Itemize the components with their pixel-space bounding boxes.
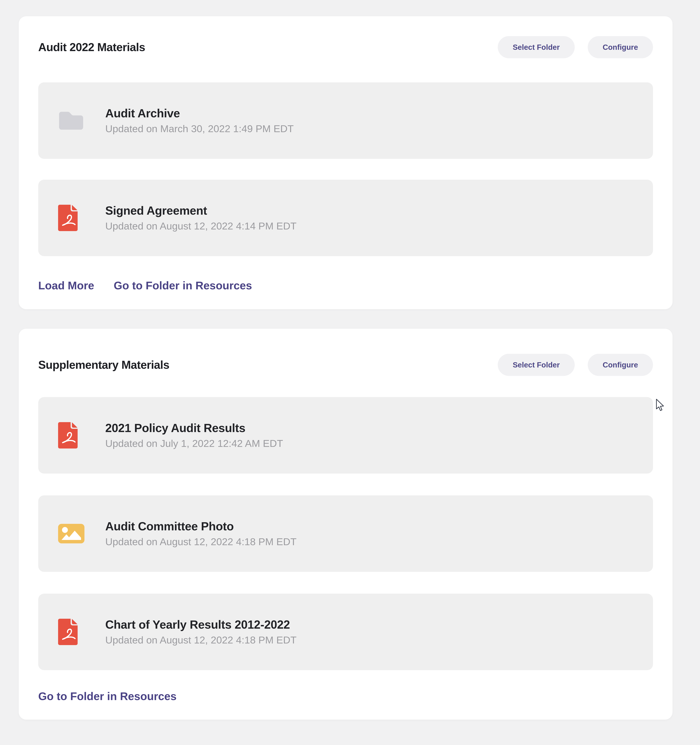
section-title: Supplementary Materials <box>38 358 169 371</box>
file-title: Signed Agreement <box>105 204 296 217</box>
select-folder-button[interactable]: Select Folder <box>498 354 575 376</box>
configure-button[interactable]: Configure <box>588 354 653 376</box>
file-row-text: Signed Agreement Updated on August 12, 2… <box>105 204 296 232</box>
file-row[interactable]: Chart of Yearly Results 2012-2022 Update… <box>38 594 653 670</box>
pdf-icon <box>58 619 85 645</box>
file-row-text: Audit Committee Photo Updated on August … <box>105 520 296 547</box>
file-row-text: 2021 Policy Audit Results Updated on Jul… <box>105 422 283 449</box>
configure-button[interactable]: Configure <box>588 36 653 58</box>
image-icon <box>58 524 85 543</box>
pdf-icon <box>58 422 85 449</box>
card-supplementary-materials: Supplementary Materials Select Folder Co… <box>19 329 673 720</box>
file-updated: Updated on August 12, 2022 4:18 PM EDT <box>105 536 296 547</box>
file-updated: Updated on August 12, 2022 4:14 PM EDT <box>105 220 296 232</box>
file-row[interactable]: 2021 Policy Audit Results Updated on Jul… <box>38 397 653 474</box>
file-updated: Updated on July 1, 2022 12:42 AM EDT <box>105 438 283 449</box>
go-to-folder-link[interactable]: Go to Folder in Resources <box>114 279 252 292</box>
file-row[interactable]: Audit Committee Photo Updated on August … <box>38 495 653 572</box>
file-row[interactable]: Signed Agreement Updated on August 12, 2… <box>38 180 653 256</box>
card-header: Supplementary Materials Select Folder Co… <box>38 354 653 376</box>
card-audit-2022-materials: Audit 2022 Materials Select Folder Confi… <box>19 16 673 309</box>
section-title: Audit 2022 Materials <box>38 41 145 54</box>
header-buttons: Select Folder Configure <box>485 354 653 376</box>
card-links: Go to Folder in Resources <box>38 690 653 703</box>
select-folder-button[interactable]: Select Folder <box>498 36 575 58</box>
file-updated: Updated on August 12, 2022 4:18 PM EDT <box>105 634 296 646</box>
file-row-text: Chart of Yearly Results 2012-2022 Update… <box>105 618 296 645</box>
file-row[interactable]: Audit Archive Updated on March 30, 2022 … <box>38 82 653 159</box>
file-title: Audit Archive <box>105 107 294 120</box>
header-buttons: Select Folder Configure <box>485 36 653 58</box>
folder-icon <box>58 111 85 130</box>
go-to-folder-link[interactable]: Go to Folder in Resources <box>38 690 176 703</box>
file-title: 2021 Policy Audit Results <box>105 422 283 434</box>
file-title: Audit Committee Photo <box>105 520 296 533</box>
card-header: Audit 2022 Materials Select Folder Confi… <box>38 36 653 58</box>
file-row-text: Audit Archive Updated on March 30, 2022 … <box>105 107 294 134</box>
pdf-icon <box>58 205 85 231</box>
card-links: Load More Go to Folder in Resources <box>38 279 653 292</box>
file-title: Chart of Yearly Results 2012-2022 <box>105 618 296 631</box>
load-more-link[interactable]: Load More <box>38 279 94 292</box>
file-updated: Updated on March 30, 2022 1:49 PM EDT <box>105 123 294 134</box>
